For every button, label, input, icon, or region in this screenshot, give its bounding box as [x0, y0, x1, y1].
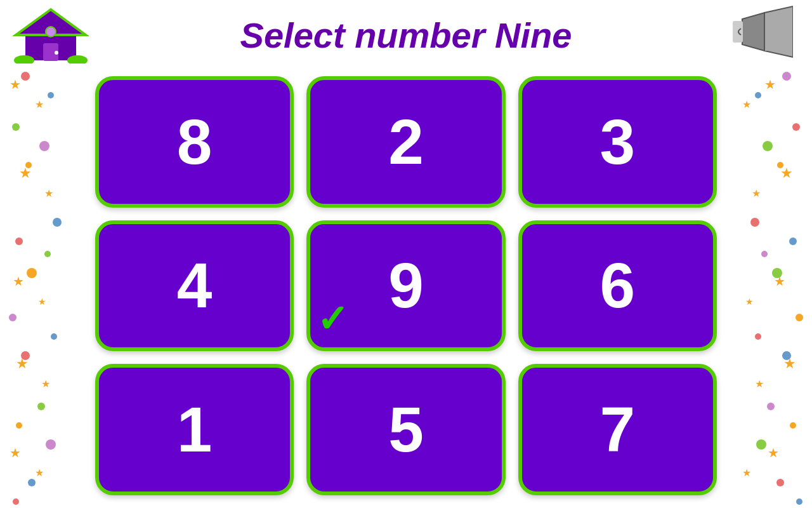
btn-1[interactable]: 1 [95, 364, 294, 495]
number-label: 8 [177, 105, 213, 178]
page-title: Select number Nine [240, 15, 572, 56]
number-grid: 82349✓6157 [0, 70, 812, 502]
svg-point-59 [46, 27, 56, 37]
btn-5[interactable]: 5 [306, 364, 505, 495]
btn-2[interactable]: 2 [306, 76, 505, 208]
number-label: 1 [177, 393, 213, 466]
number-label: 4 [177, 249, 213, 322]
speaker-button[interactable] [730, 3, 793, 60]
home-button[interactable] [13, 6, 89, 64]
btn-3[interactable]: 3 [518, 76, 717, 208]
btn-6[interactable]: 6 [518, 220, 717, 352]
number-label: 7 [600, 393, 636, 466]
number-label: 9 [388, 249, 424, 322]
btn-4[interactable]: 4 [95, 220, 294, 352]
number-label: 5 [388, 393, 424, 466]
number-label: 6 [600, 249, 636, 322]
checkmark-icon: ✓ [317, 297, 348, 341]
btn-9[interactable]: 9✓ [306, 220, 505, 352]
btn-7[interactable]: 7 [518, 364, 717, 495]
btn-8[interactable]: 8 [95, 76, 294, 208]
header: Select number Nine [0, 0, 812, 70]
number-label: 3 [600, 105, 636, 178]
number-label: 2 [388, 105, 424, 178]
svg-point-58 [55, 51, 58, 55]
svg-marker-63 [764, 6, 793, 57]
